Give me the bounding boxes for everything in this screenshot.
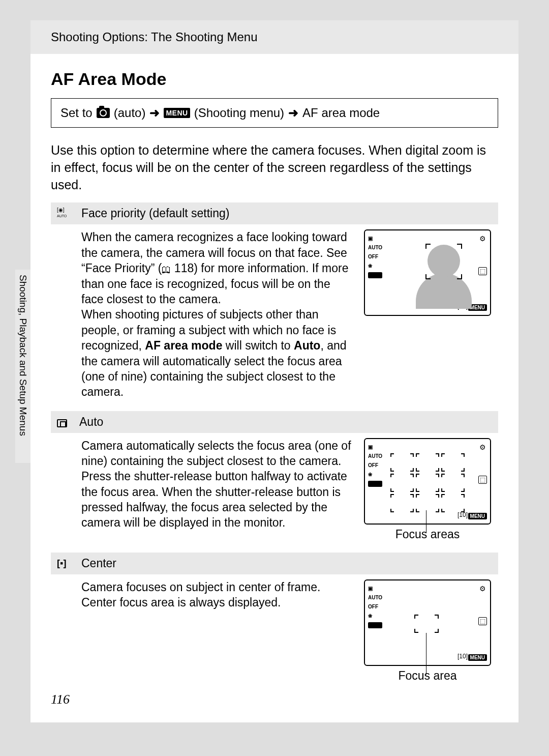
macro-small-icon: ❀ bbox=[368, 613, 382, 619]
menu-chip-icon: MENU bbox=[164, 108, 190, 118]
content: AF Area Mode Set to (auto) ➜ MENU (Shoot… bbox=[30, 54, 518, 694]
auto-mode-icon bbox=[57, 419, 67, 427]
macro-small-icon: ❀ bbox=[368, 472, 382, 477]
manual-page: Shooting Options: The Shooting Menu Shoo… bbox=[30, 20, 518, 722]
camera-small-icon: ▣ bbox=[368, 236, 382, 241]
camera-small-icon: ▣ bbox=[368, 444, 382, 450]
nav-auto-label: (auto) bbox=[114, 106, 146, 120]
auto-small-icon: AUTO bbox=[368, 245, 382, 250]
book-icon: 🕮 bbox=[162, 264, 171, 276]
option-label-auto: Auto bbox=[79, 415, 103, 429]
option-face-priority: Face priority (default setting) When the… bbox=[51, 202, 498, 411]
screen-side-icons: ▣ AUTO OFF ❀ DISP bbox=[368, 586, 382, 628]
page-number: 116 bbox=[51, 692, 70, 707]
size-small-icon: ⬚ bbox=[478, 476, 487, 484]
off-small-icon: OFF bbox=[368, 462, 382, 468]
off-small-icon: OFF bbox=[368, 254, 382, 259]
arrow-icon: ➜ bbox=[149, 106, 160, 120]
option-auto: Auto Camera automatically selects the fo… bbox=[51, 411, 498, 553]
screen-counter: [10] bbox=[458, 511, 468, 518]
option-header-face: Face priority (default setting) bbox=[51, 202, 498, 224]
face-silhouette bbox=[413, 241, 474, 309]
focus-area-grid bbox=[390, 453, 465, 512]
option-header-auto: Auto bbox=[51, 411, 498, 433]
nav-path-box: Set to (auto) ➜ MENU (Shooting menu) ➜ A… bbox=[51, 98, 498, 128]
face-priority-icon bbox=[57, 208, 69, 219]
nav-prefix: Set to bbox=[60, 106, 93, 120]
center-focus-bracket bbox=[414, 615, 439, 633]
caption-auto: Focus areas bbox=[395, 528, 460, 541]
center-mode-icon: [▪] bbox=[57, 558, 69, 569]
auto-small-icon: AUTO bbox=[368, 453, 382, 459]
nav-menu-label: (Shooting menu) bbox=[194, 106, 284, 120]
menu-small-icon: MENU bbox=[468, 513, 487, 519]
screen-face-priority: ▣ AUTO OFF ❀ DISP ⚙ ⬚ [10] MENU bbox=[364, 229, 491, 316]
camera-small-icon: ▣ bbox=[368, 586, 382, 591]
size-small-icon: ⬚ bbox=[478, 267, 487, 275]
arrow-icon: ➜ bbox=[288, 106, 298, 120]
off-small-icon: OFF bbox=[368, 604, 382, 609]
leader-line bbox=[426, 633, 426, 675]
breadcrumb-text: Shooting Options: The Shooting Menu bbox=[51, 30, 258, 44]
disp-icon: DISP bbox=[368, 481, 382, 487]
side-tab-label: Shooting, Playback and Setup Menus bbox=[15, 270, 30, 441]
option-text-center: Camera focuses on subject in center of f… bbox=[81, 579, 354, 610]
option-text-auto: Camera automatically selects the focus a… bbox=[81, 438, 354, 531]
page-title: AF Area Mode bbox=[51, 69, 498, 89]
screen-counter: [10] bbox=[458, 653, 468, 660]
leader-line bbox=[426, 510, 426, 533]
vr-small-icon: ⚙ bbox=[479, 235, 486, 243]
macro-small-icon: ❀ bbox=[368, 263, 382, 269]
option-text-face: When the camera recognizes a face lookin… bbox=[81, 229, 354, 399]
option-label-face: Face priority (default setting) bbox=[81, 207, 229, 220]
screen-side-icons: ▣ AUTO OFF ❀ DISP bbox=[368, 236, 382, 278]
option-center: [▪] Center Camera focuses on subject in … bbox=[51, 553, 498, 694]
vr-small-icon: ⚙ bbox=[479, 585, 486, 593]
screen-auto: ▣ AUTO OFF ❀ DISP ⚙ ⬚ [10] MENU bbox=[364, 438, 491, 525]
size-small-icon: ⬚ bbox=[478, 617, 487, 625]
breadcrumb: Shooting Options: The Shooting Menu bbox=[30, 20, 518, 54]
nav-target: AF area mode bbox=[302, 106, 380, 120]
auto-small-icon: AUTO bbox=[368, 595, 382, 600]
option-label-center: Center bbox=[81, 557, 116, 570]
camera-icon bbox=[97, 108, 110, 118]
disp-icon: DISP bbox=[368, 622, 382, 628]
screen-center: ▣ AUTO OFF ❀ DISP ⚙ ⬚ [10] MENU bbox=[364, 579, 491, 666]
side-tab: Shooting, Playback and Setup Menus bbox=[15, 270, 30, 463]
screen-side-icons: ▣ AUTO OFF ❀ DISP bbox=[368, 444, 382, 487]
caption-center: Focus area bbox=[398, 669, 456, 683]
vr-small-icon: ⚙ bbox=[479, 443, 486, 451]
menu-small-icon: MENU bbox=[468, 654, 487, 661]
face-focus-bracket bbox=[424, 243, 463, 280]
intro-text: Use this option to determine where the c… bbox=[51, 142, 498, 193]
disp-icon: DISP bbox=[368, 272, 382, 278]
option-header-center: [▪] Center bbox=[51, 553, 498, 574]
